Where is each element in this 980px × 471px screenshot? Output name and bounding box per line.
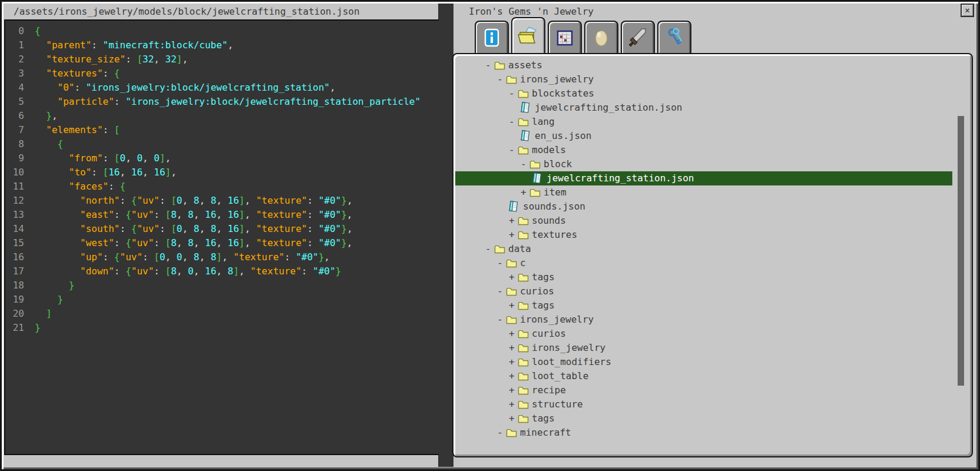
tree-item-label: en_us.json [535, 129, 591, 143]
expand-icon[interactable]: + [509, 298, 514, 313]
code-text: }, [35, 109, 58, 123]
tree-item[interactable]: +structure [455, 397, 970, 412]
collapse-icon[interactable]: - [509, 115, 514, 129]
tree-item[interactable]: -data [455, 242, 970, 256]
code-lines: 0{1 "parent": "minecraft:block/cube",2 "… [5, 21, 439, 335]
expand-icon[interactable]: + [509, 270, 514, 284]
folder-icon [518, 343, 529, 353]
tree-item[interactable]: -curios [455, 284, 970, 298]
line-number: 14 [5, 222, 24, 236]
collapse-icon[interactable]: - [497, 256, 502, 270]
code-text: "south": {"uv": [0, 8, 8, 16], "texture"… [35, 222, 353, 236]
tree-item[interactable]: jewelcrafting_station.json [455, 101, 970, 115]
tab-painting[interactable] [548, 21, 582, 55]
tree-item[interactable]: -lang [455, 115, 970, 129]
scrollbar-thumb[interactable] [958, 116, 964, 386]
tree-item[interactable]: -irons_jewelry [455, 72, 970, 87]
tab-egg[interactable] [584, 21, 618, 55]
collapse-icon[interactable]: - [497, 72, 502, 87]
collapse-icon[interactable]: - [521, 157, 526, 171]
collapse-icon[interactable]: - [497, 284, 502, 298]
code-text: "up": {"uv": [0, 0, 8, 8], "texture": "#… [35, 250, 330, 264]
tree-item[interactable]: +curios [455, 327, 970, 341]
tree-item[interactable]: +loot_table [455, 369, 970, 383]
tree-item[interactable]: +item [455, 185, 970, 200]
line-number: 4 [5, 81, 24, 95]
collapse-icon[interactable]: - [485, 58, 491, 72]
folder-icon [518, 357, 529, 367]
code-line: 5 "particle": "irons_jewelry:block/jewel… [5, 95, 439, 109]
tree-item[interactable]: -irons_jewelry [455, 313, 970, 327]
folder-icon [494, 61, 505, 70]
tree-item[interactable]: +loot_modifiers [455, 355, 970, 369]
collapse-icon[interactable]: - [485, 242, 491, 256]
folder-icon [506, 75, 517, 84]
code-editor[interactable]: 0{1 "parent": "minecraft:block/cube",2 "… [4, 19, 439, 455]
line-number: 21 [5, 321, 24, 335]
tree-item-label: textures [532, 228, 577, 242]
tree-item-selected[interactable]: jewelcrafting_station.json [455, 171, 952, 185]
folder-icon [518, 216, 529, 225]
code-line: 16 "up": {"uv": [0, 0, 8, 8], "texture":… [5, 250, 439, 264]
collapse-icon[interactable]: - [497, 313, 502, 327]
code-line: 20 ] [5, 307, 439, 321]
collapse-icon[interactable]: - [497, 426, 502, 440]
tab-info[interactable] [475, 21, 509, 55]
collapse-icon[interactable]: - [509, 87, 514, 101]
code-text: } [35, 293, 63, 307]
expand-icon[interactable]: + [509, 397, 514, 412]
tree-item[interactable]: -c [455, 256, 970, 270]
tree-item[interactable]: -blockstates [455, 87, 970, 101]
collapse-icon[interactable]: - [509, 143, 514, 157]
tree-item-label: tags [532, 298, 555, 313]
tree-item[interactable]: +textures [455, 228, 970, 242]
code-text: { [35, 24, 41, 38]
tree-item-label: minecraft [520, 426, 571, 440]
code-line: 12 "north": {"uv": [0, 8, 8, 16], "textu… [5, 194, 439, 208]
tree-item-label: c [520, 256, 526, 270]
tree-item[interactable]: en_us.json [455, 129, 970, 143]
expand-icon[interactable]: + [509, 327, 514, 341]
tab-open-folder[interactable] [511, 17, 545, 57]
tree-item[interactable]: -models [455, 143, 970, 157]
code-line: 4 "0": "irons_jewelry:block/jewelcraftin… [5, 81, 439, 95]
expand-icon[interactable]: + [509, 228, 514, 242]
expand-icon[interactable]: + [509, 341, 514, 355]
code-text: { [35, 137, 63, 151]
tree-item[interactable]: +recipe [455, 383, 970, 397]
tree-item[interactable]: +tags [455, 270, 970, 284]
line-number: 8 [5, 137, 24, 151]
tree-item[interactable]: +tags [455, 412, 970, 426]
expand-icon[interactable]: + [509, 369, 514, 383]
line-number: 2 [5, 52, 24, 67]
folder-icon [518, 329, 529, 339]
code-line: 19 } [5, 293, 439, 307]
file-tree-panel[interactable]: -assets-irons_jewelry-blockstatesjewelcr… [452, 53, 973, 457]
expand-icon[interactable]: + [509, 412, 514, 426]
expand-icon[interactable]: + [509, 383, 514, 397]
tree-item[interactable]: sounds.json [455, 200, 970, 214]
tree-item[interactable]: -minecraft [455, 426, 970, 440]
tree-item[interactable]: -block [455, 157, 970, 171]
line-number: 10 [5, 165, 24, 180]
expand-icon[interactable]: + [521, 185, 526, 200]
expand-icon[interactable]: + [509, 214, 514, 228]
line-number: 3 [5, 67, 24, 81]
tab-keys[interactable] [657, 21, 691, 55]
tree-item[interactable]: +tags [455, 298, 970, 313]
tab-sword[interactable] [621, 21, 655, 55]
tree-item[interactable]: +irons_jewelry [455, 341, 970, 355]
tree-item[interactable]: -assets [455, 58, 970, 72]
info-icon [481, 27, 502, 50]
expand-icon[interactable]: + [509, 355, 514, 369]
folder-icon [518, 145, 529, 155]
line-number: 15 [5, 236, 24, 250]
code-text: "north": {"uv": [0, 8, 8, 16], "texture"… [35, 194, 353, 208]
close-button[interactable]: ✕ [961, 4, 974, 17]
file-path: /assets/irons_jewelry/models/block/jewel… [14, 6, 360, 17]
painting-icon [554, 27, 575, 50]
line-number: 11 [5, 180, 24, 194]
tree-item-label: lang [532, 115, 555, 129]
tree-item[interactable]: +sounds [455, 214, 970, 228]
code-line: 10 "to": [16, 16, 16], [5, 165, 439, 180]
